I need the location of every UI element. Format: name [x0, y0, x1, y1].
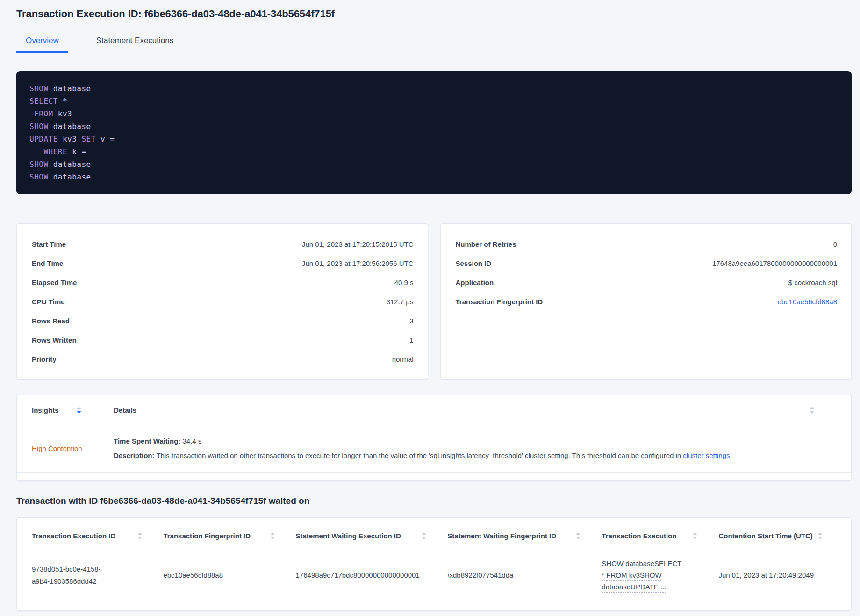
column-header-label[interactable]: Transaction Fingerprint ID — [163, 532, 251, 540]
detail-label: Session ID — [456, 259, 492, 267]
detail-value: normal — [392, 355, 414, 363]
execution-stats-card: Start TimeJun 01, 2023 at 17:20:15:2015 … — [16, 223, 428, 380]
sql-keyword: WHERE — [43, 147, 67, 156]
column-header-cell: Transaction Execution ID — [32, 518, 163, 550]
sql-text: k = _ — [67, 147, 96, 156]
cluster-settings-link[interactable]: cluster settings — [683, 451, 730, 459]
detail-row: Transaction Fingerprint IDebc10ae56cfd88… — [456, 292, 838, 311]
sort-icon[interactable] — [137, 532, 142, 539]
column-header-label[interactable]: Statement Waiting Fingerprint ID — [447, 532, 556, 540]
sql-keyword: SHOW — [29, 172, 49, 181]
waited-on-table: Transaction Execution IDTransaction Fing… — [16, 517, 852, 611]
sql-keyword: UPDATE — [29, 135, 58, 143]
detail-label: Start Time — [32, 240, 66, 248]
detail-label: Transaction Fingerprint ID — [456, 298, 543, 306]
sort-icon[interactable] — [77, 407, 81, 414]
sql-keyword: FROM — [34, 109, 53, 118]
sql-text: database — [49, 84, 91, 93]
detail-row: Rows Read3 — [32, 311, 414, 330]
sql-line: UPDATE kv3 SET v = _ — [29, 133, 838, 145]
table-row: 9738d051-bc0e-4158-a9b4-1903586ddd42ebc1… — [32, 550, 844, 601]
detail-label: CPU Time — [32, 298, 65, 306]
sql-keyword: SHOW — [29, 84, 49, 93]
sql-text: database — [49, 160, 91, 169]
detail-row: Rows Written1 — [32, 330, 414, 350]
tab-statement-executions[interactable]: Statement Executions — [87, 32, 183, 53]
sql-keyword: SELECT — [29, 97, 58, 106]
detail-value: 1 — [409, 336, 413, 344]
sql-line: SHOW database — [29, 82, 838, 95]
detail-value: 3 — [409, 317, 413, 325]
column-header-label[interactable]: Statement Waiting Execution ID — [296, 532, 401, 540]
sort-icon[interactable] — [810, 407, 814, 414]
insights-column-header[interactable]: Insights — [32, 406, 59, 414]
statement-waiting-fingerprint-id-cell: \xdb8922f077541dda — [447, 550, 602, 601]
sql-text: database — [49, 172, 91, 181]
transaction-fingerprint-id-cell: ebc10ae56cfd88a8 — [163, 550, 295, 601]
sql-text: kv3 — [58, 135, 82, 143]
time-spent-waiting-label: Time Spent Waiting: — [114, 437, 180, 445]
sort-icon[interactable] — [422, 532, 426, 539]
detail-row: Start TimeJun 01, 2023 at 17:20:15:2015 … — [32, 235, 414, 254]
detail-label: Number of Retries — [456, 240, 516, 248]
transaction-execution-cell: SHOW databaseSELECT * FROM kv3SHOW datab… — [602, 550, 718, 601]
column-header-label[interactable]: Contention Start Time (UTC) — [718, 532, 812, 540]
insights-table-header: Insights Details — [17, 395, 851, 425]
detail-value: 40.9 s — [394, 279, 414, 287]
detail-label: Elapsed Time — [32, 279, 77, 287]
details-column-header[interactable]: Details — [114, 406, 136, 414]
contention-start-time-cell: Jun 01, 2023 at 17:20:49:2049 — [718, 550, 844, 601]
sql-text — [29, 147, 43, 156]
details-column-header-cell: Details — [114, 406, 814, 414]
sql-line: SHOW database — [29, 120, 838, 133]
sort-icon[interactable] — [818, 532, 823, 539]
column-header-label[interactable]: Transaction Execution ID — [32, 532, 115, 540]
transaction-execution-id-cell: 9738d051-bc0e-4158-a9b4-1903586ddd42 — [32, 550, 163, 601]
detail-row: Session ID17648a9eea60178000000000000000… — [456, 254, 838, 273]
detail-row: Prioritynormal — [32, 350, 414, 369]
transaction-execution-link[interactable]: SHOW databaseSELECT * FROM kv3SHOW datab… — [602, 558, 685, 593]
transaction-sql-statements: SHOW databaseSELECT * FROM kv3SHOW datab… — [16, 71, 852, 194]
sql-text: * — [58, 97, 67, 106]
detail-row: End TimeJun 01, 2023 at 17:20:56:2056 UT… — [32, 254, 414, 273]
sql-line: SHOW database — [29, 158, 838, 171]
sql-keyword: SHOW — [29, 122, 49, 131]
column-header-cell: Contention Start Time (UTC) — [718, 518, 844, 550]
page-title: Transaction Execution ID: f6be6366-da03-… — [16, 7, 852, 21]
detail-row: CPU Time312.7 µs — [32, 292, 414, 311]
sql-keyword: SHOW — [29, 160, 49, 169]
sql-text: database — [49, 122, 91, 131]
detail-row: Elapsed Time40.9 s — [32, 273, 414, 292]
insights-table: Insights Details High Contention Time Sp… — [16, 395, 852, 481]
sort-icon[interactable] — [270, 532, 275, 539]
table-bottom-pad — [32, 601, 844, 610]
time-spent-waiting-text: Time Spent Waiting: 34.4 s — [114, 434, 816, 448]
sql-keyword: SET — [81, 135, 95, 143]
column-header-cell: Transaction Fingerprint ID — [163, 518, 295, 550]
insights-column-header-cell: Insights — [32, 406, 114, 414]
sql-line: WHERE k = _ — [29, 145, 838, 158]
detail-label: Rows Written — [32, 336, 77, 344]
detail-label: End Time — [32, 259, 63, 267]
detail-value: Jun 01, 2023 at 17:20:15:2015 UTC — [302, 240, 414, 248]
sql-text: kv3 — [53, 109, 72, 118]
detail-label: Application — [456, 279, 494, 287]
transaction-execution-id-value: 9738d051-bc0e-4158-a9b4-1903586ddd42 — [32, 563, 117, 587]
transaction-fingerprint-link[interactable]: ebc10ae56cfd88a8 — [777, 298, 837, 306]
time-spent-waiting-value: 34.4 s — [180, 437, 201, 445]
column-header-cell: Statement Waiting Fingerprint ID — [447, 518, 602, 550]
column-header-label[interactable]: Transaction Execution — [602, 532, 676, 540]
sort-icon[interactable] — [576, 532, 580, 539]
detail-value: 0 — [833, 240, 837, 248]
transaction-details-page: Transaction Execution ID: f6be6366-da03-… — [0, 0, 860, 611]
detail-value: $ cockroach sql — [788, 279, 837, 287]
tab-overview[interactable]: Overview — [16, 32, 68, 53]
detail-label: Priority — [32, 355, 57, 363]
sort-icon[interactable] — [693, 532, 697, 539]
insight-type-label: High Contention — [32, 444, 82, 452]
sql-line: FROM kv3 — [29, 107, 838, 120]
detail-value: Jun 01, 2023 at 17:20:56:2056 UTC — [302, 259, 414, 267]
tab-bar: Overview Statement Executions — [16, 32, 852, 53]
summary-cards-row: Start TimeJun 01, 2023 at 17:20:15:2015 … — [16, 223, 852, 380]
sql-text — [29, 109, 34, 118]
